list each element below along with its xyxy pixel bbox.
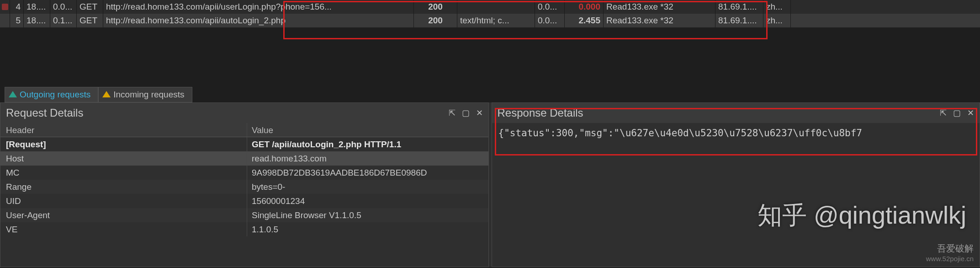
grid-row[interactable]: 5 18.... 0.1... GET http://read.home133.…	[0, 14, 980, 27]
window-icon[interactable]: ▢	[462, 109, 470, 117]
header-value: bytes=0-	[247, 180, 488, 194]
arrow-down-icon	[102, 90, 111, 97]
pin-icon[interactable]: ⇱	[449, 109, 456, 117]
row-url: http://read.home133.com/apii/userLogin.p…	[103, 0, 414, 14]
row-time: 18....	[24, 14, 50, 27]
row-status-icon	[0, 0, 10, 14]
row-status: 200	[414, 0, 457, 14]
header-row[interactable]: VE1.1.0.5	[0, 222, 488, 236]
row-time: 18....	[24, 0, 50, 14]
header-value: GET /apii/autoLogin_2.php HTTP/1.1	[247, 137, 488, 151]
header-row[interactable]: MC9A998DB72DB3619AADBE186D67BE0986D	[0, 166, 488, 180]
col-header-value: Value	[247, 123, 488, 137]
tab-label: Incoming requests	[113, 90, 184, 100]
header-name: [Request]	[0, 137, 247, 151]
tab-label: Outgoing requests	[20, 90, 90, 100]
row-user: zh...	[763, 14, 791, 27]
row-number: 5	[10, 14, 24, 27]
tab-incoming[interactable]: Incoming requests	[98, 87, 192, 102]
row-size-a: 0.0...	[535, 14, 565, 27]
panel-header: Request Details ⇱ ▢ ✕	[0, 103, 488, 123]
row-status: 200	[414, 14, 457, 27]
panel-title: Response Details	[498, 107, 583, 119]
row-size-b: 2.455	[565, 14, 604, 27]
row-content-type	[457, 0, 535, 14]
header-value: SingleLine Browser V1.1.0.5	[247, 208, 488, 222]
header-value: 9A998DB72DB3619AADBE186D67BE0986D	[247, 166, 488, 180]
header-name: UID	[0, 194, 247, 208]
row-size-a: 0.0...	[535, 0, 565, 14]
header-row[interactable]: UID15600001234	[0, 194, 488, 208]
request-details-panel: Request Details ⇱ ▢ ✕ Header Value [Requ…	[0, 102, 489, 267]
response-body[interactable]: {"status":300,"msg":"\u627e\u4e0d\u5230\…	[492, 123, 980, 143]
grid-row[interactable]: 4 18.... 0.0... GET http://read.home133.…	[0, 0, 980, 14]
request-grid: 4 18.... 0.0... GET http://read.home133.…	[0, 0, 980, 27]
pin-icon[interactable]: ⇱	[940, 109, 947, 117]
header-name: VE	[0, 222, 247, 236]
row-content-type: text/html; c...	[457, 14, 535, 27]
row-number: 4	[10, 0, 24, 14]
header-row[interactable]: Hostread.home133.com	[0, 151, 488, 166]
row-process: Read133.exe *32	[604, 0, 715, 14]
header-row[interactable]: Rangebytes=0-	[0, 180, 488, 194]
header-value: 15600001234	[247, 194, 488, 208]
row-size-b: 0.000	[565, 0, 604, 14]
header-row[interactable]: [Request]GET /apii/autoLogin_2.php HTTP/…	[0, 137, 488, 151]
row-ip: 81.69.1....	[715, 0, 763, 14]
header-table-body: [Request]GET /apii/autoLogin_2.php HTTP/…	[0, 137, 488, 236]
row-process: Read133.exe *32	[604, 14, 715, 27]
header-row[interactable]: User-AgentSingleLine Browser V1.1.0.5	[0, 208, 488, 222]
tab-outgoing[interactable]: Outgoing requests	[5, 87, 98, 102]
panel-header: Response Details ⇱ ▢ ✕	[492, 103, 980, 123]
header-value: 1.1.0.5	[247, 222, 488, 236]
row-user: zh...	[763, 0, 791, 14]
row-status-icon	[0, 14, 10, 27]
detail-panels: Request Details ⇱ ▢ ✕ Header Value [Requ…	[0, 102, 980, 267]
close-icon[interactable]: ✕	[476, 109, 483, 117]
header-name: Range	[0, 180, 247, 194]
panel-title: Request Details	[6, 107, 83, 119]
close-icon[interactable]: ✕	[967, 109, 974, 117]
arrow-up-icon	[9, 90, 17, 97]
header-name: User-Agent	[0, 208, 247, 222]
header-value: read.home133.com	[247, 151, 488, 166]
row-ip: 81.69.1....	[715, 14, 763, 27]
row-duration: 0.1...	[50, 14, 77, 27]
row-url: http://read.home133.com/apii/autoLogin_2…	[103, 14, 414, 27]
header-name: Host	[0, 151, 247, 166]
tab-bar: Outgoing requests Incoming requests	[5, 87, 192, 102]
header-table-head: Header Value	[0, 123, 488, 137]
col-header-name: Header	[0, 123, 247, 137]
row-method: GET	[77, 14, 103, 27]
window-icon[interactable]: ▢	[953, 109, 961, 117]
row-method: GET	[77, 0, 103, 14]
response-details-panel: Response Details ⇱ ▢ ✕ {"status":300,"ms…	[492, 102, 980, 267]
header-name: MC	[0, 166, 247, 180]
row-duration: 0.0...	[50, 0, 77, 14]
